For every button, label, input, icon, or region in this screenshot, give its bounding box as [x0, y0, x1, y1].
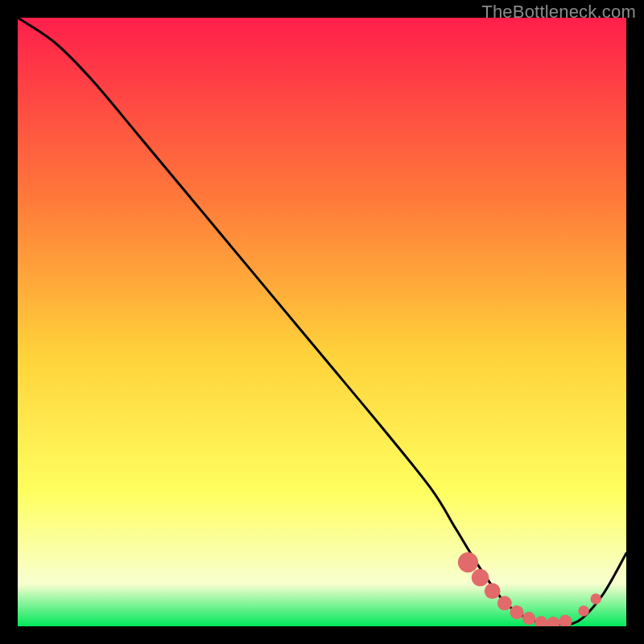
- marker-dot: [497, 596, 512, 610]
- marker-dot: [472, 569, 489, 587]
- marker-dot: [522, 612, 535, 625]
- chart-svg: [18, 18, 626, 626]
- marker-dot: [485, 583, 501, 599]
- watermark-text: TheBottleneck.com: [481, 2, 636, 23]
- marker-dot: [547, 617, 559, 626]
- marker-dot: [590, 593, 601, 605]
- marker-dot: [578, 605, 589, 617]
- outer-frame: TheBottleneck.com: [0, 0, 644, 644]
- marker-dot: [559, 615, 572, 626]
- marker-dots: [458, 552, 601, 626]
- curve-line: [18, 18, 626, 625]
- marker-dot: [535, 616, 547, 626]
- marker-dot: [510, 605, 523, 619]
- marker-dot: [458, 552, 478, 572]
- plot-area: [18, 18, 626, 626]
